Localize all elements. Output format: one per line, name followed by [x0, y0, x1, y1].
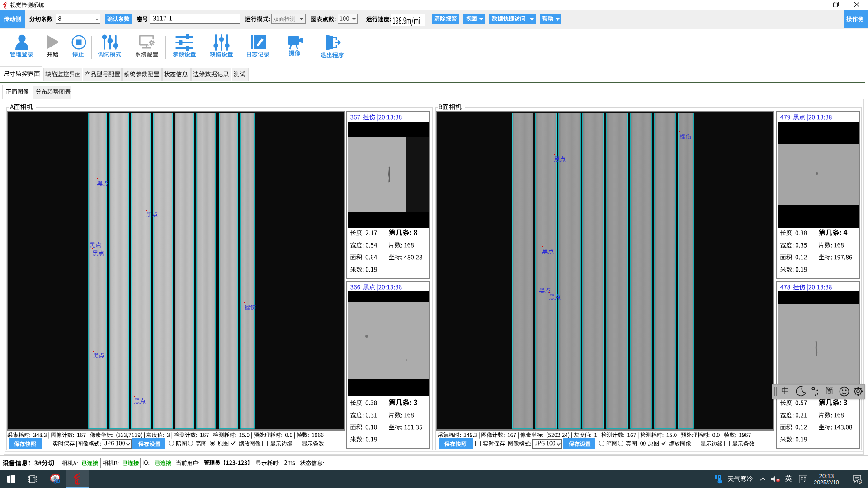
svg-text:6: 6	[859, 480, 860, 484]
